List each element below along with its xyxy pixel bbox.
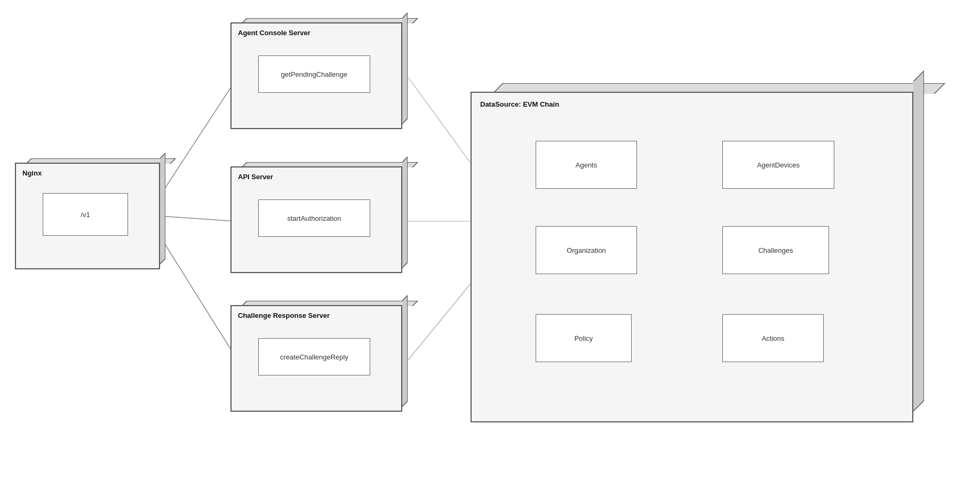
svg-line-1 bbox=[159, 216, 237, 221]
nginx-side bbox=[160, 153, 165, 265]
challenge-server-label: Challenge Response Server bbox=[238, 311, 330, 319]
agent-console-front: Agent Console Server getPendingChallenge bbox=[230, 22, 402, 129]
datasource-organization: Organization bbox=[536, 226, 637, 274]
agent-console-inner: getPendingChallenge bbox=[258, 55, 370, 93]
nginx-inner: /v1 bbox=[43, 193, 128, 236]
datasource-label: DataSource: EVM Chain bbox=[480, 100, 559, 108]
datasource-policy: Policy bbox=[536, 314, 632, 362]
datasource-challenges: Challenges bbox=[722, 226, 829, 274]
challenge-server-front: Challenge Response Server createChalleng… bbox=[230, 305, 402, 412]
svg-line-2 bbox=[159, 235, 237, 360]
datasource-front: DataSource: EVM Chain Agents AgentDevice… bbox=[471, 92, 913, 422]
api-server-front: API Server startAuthorization bbox=[230, 166, 402, 273]
api-server-label: API Server bbox=[238, 173, 273, 181]
datasource-agents: Agents bbox=[536, 141, 637, 189]
challenge-server-inner: createChallengeReply bbox=[258, 338, 370, 375]
challenge-server-side bbox=[402, 295, 408, 407]
datasource-agentdevices: AgentDevices bbox=[722, 141, 834, 189]
svg-line-3 bbox=[408, 77, 480, 176]
datasource-actions: Actions bbox=[722, 314, 824, 362]
svg-line-5 bbox=[408, 272, 480, 360]
api-server-side bbox=[402, 156, 408, 268]
architecture-diagram: Nginx /v1 Agent Console Server getPendin… bbox=[0, 0, 980, 504]
nginx-label: Nginx bbox=[22, 169, 42, 177]
agent-console-side bbox=[402, 12, 408, 124]
nginx-front: Nginx /v1 bbox=[15, 163, 160, 269]
api-server-inner: startAuthorization bbox=[258, 199, 370, 237]
svg-line-0 bbox=[159, 77, 237, 197]
agent-console-label: Agent Console Server bbox=[238, 29, 310, 37]
datasource-side bbox=[913, 70, 924, 412]
